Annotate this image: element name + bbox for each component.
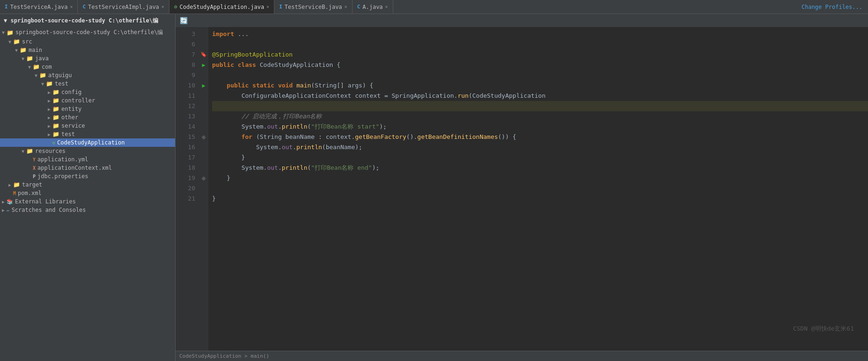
sidebar-item-scratches[interactable]: ▶✏️Scratches and Consoles — [0, 206, 175, 214]
line-numbers: 36789101112131415161718192021 — [176, 27, 199, 351]
sidebar-item-service[interactable]: ▶📁service — [0, 122, 175, 130]
sidebar-item-pom.xml[interactable]: Mpom.xml — [0, 189, 175, 197]
sidebar-item-entity[interactable]: ▶📁entity — [0, 105, 175, 113]
code-line-16: System.out.println(beanName); — [212, 142, 868, 152]
label-jdbc.properties: jdbc.properties — [37, 173, 88, 180]
run-icon[interactable]: ▶ — [202, 80, 205, 91]
code-line-7: @SpringBootApplication — [212, 50, 868, 60]
breadcrumb-bar: CodeStudyApplication > main() — [176, 351, 868, 361]
sidebar-item-src[interactable]: ▼📁src — [0, 37, 175, 46]
arrow-service: ▶ — [46, 123, 52, 129]
label-external-libraries: External Libraries — [15, 198, 76, 205]
sidebar-item-test2[interactable]: ▶📁test — [0, 130, 175, 138]
label-service: service — [61, 123, 85, 129]
tab-icon-app: ⚙ — [174, 4, 177, 10]
tab-testServiceA[interactable]: I TestServiceA.java × — [0, 0, 78, 14]
sidebar-item-config[interactable]: ▶📁config — [0, 88, 175, 96]
arrow-target: ▶ — [7, 182, 13, 188]
arrow-test2: ▶ — [46, 132, 52, 137]
tab-label-a: A.java — [362, 4, 383, 10]
code-line-6 — [212, 39, 868, 50]
arrow-com: ▼ — [26, 65, 33, 70]
tab-testServiceB[interactable]: I TestServiceB.java × — [274, 0, 352, 14]
code-editor: 36789101112131415161718192021 🔖▶▶◆◆ impo… — [176, 27, 868, 351]
project-header: ▼ springboot-source-code-study C:\otherf… — [0, 14, 175, 28]
arrow-config: ▶ — [46, 90, 52, 95]
tab-codeStudyApplication[interactable]: ⚙ CodeStudyApplication.java × — [169, 0, 274, 14]
label-atguigu: atguigu — [48, 72, 72, 79]
run-icon[interactable]: ▶ — [202, 60, 205, 70]
sidebar-item-target[interactable]: ▶📁target — [0, 180, 175, 189]
gutter-dot: ◆ — [201, 132, 206, 142]
sidebar-item-test[interactable]: ▼📁test — [0, 79, 175, 88]
code-line-20 — [212, 183, 868, 194]
arrow-main: ▼ — [13, 48, 20, 53]
tab-close-a[interactable]: × — [385, 4, 388, 9]
sidebar-item-other[interactable]: ▶📁other — [0, 113, 175, 122]
arrow-external-libraries: ▶ — [0, 199, 7, 204]
arrow-resources: ▼ — [20, 149, 26, 154]
label-main: main — [29, 47, 42, 53]
code-line-9 — [212, 70, 868, 80]
code-line-12 — [212, 101, 868, 111]
label-test: test — [55, 80, 68, 87]
label-test2: test — [61, 131, 75, 137]
arrow-other: ▶ — [46, 115, 52, 120]
tab-icon-i2: I — [279, 4, 282, 10]
arrow-scratches: ▶ — [0, 208, 7, 213]
tab-bar: I TestServiceA.java × C TestServiceAImpl… — [0, 0, 868, 14]
sidebar-item-project-root[interactable]: ▼📁springboot-source-code-study C:\otherf… — [0, 28, 175, 37]
bookmark-icon: 🔖 — [200, 50, 207, 60]
tab-icon-c1: C — [82, 4, 86, 10]
toolbar-row: 🔄 — [176, 14, 868, 27]
label-CodeStudyApplication: CodeStudyApplication — [57, 139, 125, 146]
label-java: java — [35, 55, 49, 62]
sidebar-item-jdbc.properties[interactable]: Pjdbc.properties — [0, 172, 175, 180]
tab-a[interactable]: C A.java × — [353, 0, 393, 14]
arrow-java: ▼ — [20, 56, 26, 61]
label-resources: resources — [35, 148, 66, 154]
sidebar-item-external-libraries[interactable]: ▶📚External Libraries — [0, 197, 175, 206]
project-name: ▼ springboot-source-code-study C:\otherf… — [4, 17, 158, 24]
arrow-controller: ▶ — [46, 98, 52, 103]
label-src: src — [22, 38, 32, 45]
label-pom.xml: pom.xml — [18, 190, 42, 196]
arrow-test: ▼ — [39, 81, 46, 87]
tab-label-codeStudyApplication: CodeStudyApplication.java — [179, 4, 264, 10]
sidebar-item-CodeStudyApplication[interactable]: ⚙CodeStudyApplication — [0, 138, 175, 147]
tab-close-codeStudyApplication[interactable]: × — [266, 4, 269, 9]
label-scratches: Scratches and Consoles — [12, 207, 86, 213]
tab-icon-c2: C — [357, 4, 360, 10]
label-com: com — [42, 64, 52, 70]
sidebar-item-com[interactable]: ▼📁com — [0, 63, 175, 71]
sidebar-item-resources[interactable]: ▼📁resources — [0, 147, 175, 155]
label-target: target — [22, 181, 42, 188]
code-line-17: } — [212, 152, 868, 163]
label-controller: controller — [61, 97, 95, 104]
sidebar-item-application.yml[interactable]: Yapplication.yml — [0, 155, 175, 164]
tab-close-testServiceAImpl[interactable]: × — [162, 4, 164, 9]
reload-icon[interactable]: 🔄 — [179, 16, 188, 25]
code-line-21: } — [212, 194, 868, 204]
label-applicationContext.xml: applicationContext.xml — [37, 165, 112, 171]
code-line-3: import ... — [212, 29, 868, 39]
code-line-14: System.out.println("打印Bean名称 start");➜ — [212, 122, 868, 132]
sidebar: ▼ springboot-source-code-study C:\otherf… — [0, 14, 176, 361]
sidebar-item-java[interactable]: ▼📁java — [0, 54, 175, 63]
sidebar-item-controller[interactable]: ▶📁controller — [0, 96, 175, 105]
code-line-13: // 启动完成，打印Bean名称 — [212, 111, 868, 122]
tab-label-testServiceB: TestServiceB.java — [285, 4, 342, 10]
tab-testServiceAImpl[interactable]: C TestServiceAImpl.java × — [78, 0, 169, 14]
tab-close-testServiceB[interactable]: × — [345, 4, 347, 9]
change-profiles-button[interactable]: Change Profiles... — [796, 0, 868, 14]
main-layout: ▼ springboot-source-code-study C:\otherf… — [0, 14, 868, 361]
arrow-project-root: ▼ — [0, 30, 7, 35]
code-line-15: for (String beanName : context.getBeanFa… — [212, 132, 868, 142]
code-content[interactable]: import ...@SpringBootApplicationpublic c… — [208, 27, 868, 351]
sidebar-item-applicationContext.xml[interactable]: XapplicationContext.xml — [0, 164, 175, 172]
tab-label-testServiceA: TestServiceA.java — [10, 4, 68, 10]
sidebar-item-atguigu[interactable]: ▼📁atguigu — [0, 71, 175, 79]
code-line-11: ConfigurableApplicationContext context =… — [212, 91, 868, 101]
sidebar-item-main[interactable]: ▼📁main — [0, 46, 175, 54]
tab-close-testServiceA[interactable]: × — [70, 4, 73, 9]
